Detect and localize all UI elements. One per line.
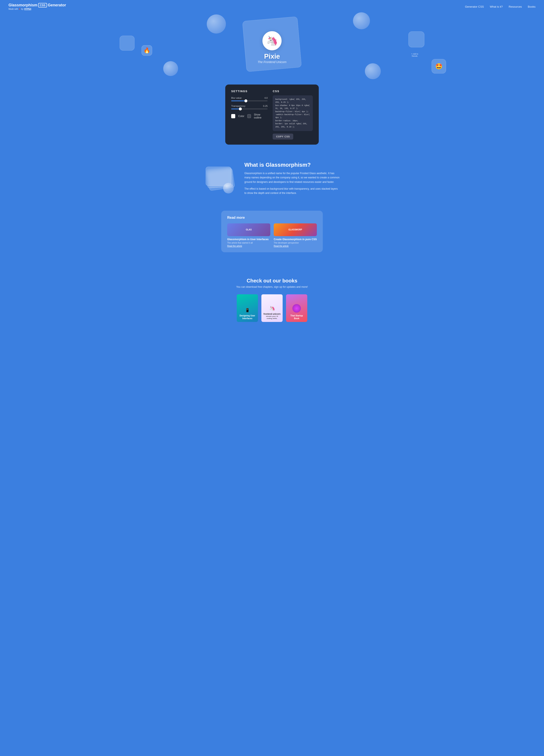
nav-resources[interactable]: Resources [509, 5, 522, 8]
article-thumb-2: GLASSMORP [274, 223, 317, 236]
what-is-para1: Glassmorphism is a unified name for the … [244, 171, 340, 184]
profile-card: 🦄 Pixie The Frontend Unicorn [257, 25, 287, 72]
sphere-top-right [353, 12, 370, 29]
by-text: by [21, 8, 24, 10]
blur-label-row: Blur value 4.0 [231, 97, 267, 99]
css-title: CSS [273, 90, 313, 93]
glass-shape-emoji: 🤩 [432, 59, 446, 73]
article-card-1: GLAS Glassmorphism in User Interfaces Th… [227, 223, 270, 247]
article-title-2: Create Glassmorphism in pure CSS [274, 238, 317, 241]
fu-subtitle: elevate your UI coding skills. [263, 315, 281, 320]
books-title: Check out our books [8, 278, 536, 284]
read-more-wrapper: Read more GLAS Glassmorphism in User Int… [0, 211, 544, 269]
folder-sphere [223, 183, 234, 193]
laugh-emoji: 🤩 [435, 63, 443, 70]
what-is-para2: The effect is based on background blur w… [244, 187, 340, 195]
transparency-value: 0.25 [263, 105, 267, 107]
css-line-2: box-shadow: 0 8px 32px 0 rgba( 31, 38, 1… [275, 104, 310, 110]
article-title-1: Glassmorphism in User Interfaces [227, 238, 270, 241]
article-thumb-1: GLAS [227, 223, 270, 236]
article-link-1[interactable]: Read the article [227, 245, 270, 247]
article-link-2[interactable]: Read the article [274, 245, 317, 247]
tsb-title: That Startup Book [288, 314, 305, 320]
book-card-fu[interactable]: 🦄 frontend unicorn elevate your UI codin… [261, 294, 283, 322]
blur-slider-fill [231, 100, 246, 101]
article-card-2: GLASSMORP Create Glassmorphism in pure C… [274, 223, 317, 247]
logo-subtitle: Made with ♥ by HYPE4 [8, 8, 66, 10]
nav-generator-css[interactable]: Generator CSS [465, 5, 484, 8]
settings-left: SETTINGS Blur value 4.0 Transparency 0.2… [231, 90, 267, 140]
made-with-text: Made with [8, 8, 18, 10]
article-sub-1: The article that started it all [227, 242, 270, 244]
hype4-link[interactable]: HYPE4 [24, 8, 31, 10]
css-line-4: -webkit-backdrop-filter: blur( 4px ); [275, 113, 310, 119]
copy-css-button[interactable]: COPY CSS [273, 134, 293, 140]
nav-books[interactable]: Books [528, 5, 536, 8]
outline-checkbox[interactable] [247, 114, 251, 118]
glass-shape-left [120, 36, 134, 51]
sphere-bottom-right [365, 63, 381, 79]
settings-title: SETTINGS [231, 90, 267, 93]
outline-label: Show outline [254, 113, 268, 119]
avatar-emoji: 🦄 [266, 35, 278, 46]
tsb-circle [293, 304, 301, 313]
color-label: Color [238, 115, 244, 118]
book-cover-fu: 🦄 frontend unicorn elevate your UI codin… [261, 294, 283, 322]
thumb2-text: GLASSMORP [289, 228, 302, 231]
read-more-section: Read more GLAS Glassmorphism in User Int… [221, 211, 323, 252]
articles-grid: GLAS Glassmorphism in User Interfaces Th… [227, 223, 317, 247]
logo-glassmorphism: Glassmorphism [8, 3, 37, 7]
what-is-title: What is Glassmorphism? [244, 162, 340, 168]
blur-value: 4.0 [264, 97, 267, 99]
transparency-slider-track[interactable] [231, 109, 267, 109]
blur-slider-thumb[interactable] [244, 99, 247, 102]
color-swatch[interactable] [231, 114, 235, 118]
add-to-friends: + Add to friends [409, 53, 421, 57]
profile-name: Pixie [264, 52, 280, 60]
books-subtitle: You can download free chapters, sign up … [8, 285, 536, 288]
css-line-5: border-radius: 10px; [275, 119, 310, 122]
article-sub-2: The developer perspective [274, 242, 317, 244]
transparency-slider-thumb[interactable] [239, 107, 242, 110]
thumb1-text: GLAS [246, 228, 252, 231]
glass-folder-illustration [204, 166, 236, 193]
thumb-css: GLASSMORP [274, 223, 317, 236]
css-line-1: background: rgba( 255, 255, 255, 0.25 ); [275, 98, 310, 104]
what-is-text: What is Glassmorphism? Glassmorphism is … [244, 162, 340, 198]
blur-setting: Blur value 4.0 [231, 97, 267, 101]
logo-generator: Generator [48, 3, 66, 7]
nav-what-is[interactable]: What is it? [490, 5, 503, 8]
book-cover-dui: 📱 Designing User Interfaces [237, 294, 258, 322]
sphere-bottom-left [163, 61, 178, 76]
settings-panel: SETTINGS Blur value 4.0 Transparency 0.2… [225, 85, 319, 145]
books-section: Check out our books You can download fre… [0, 269, 544, 335]
css-line-6: border: 1px solid rgba( 255, 255, 255, 0… [275, 122, 310, 128]
dui-icon: 📱 [245, 308, 250, 313]
glass-shape-right: + Add to friends [409, 31, 424, 47]
nav-links: Generator CSS What is it? Resources Book… [465, 5, 536, 8]
fu-title: frontend unicorn [263, 313, 281, 315]
logo-title: Glassmorphism CSS Generator [8, 3, 66, 7]
book-card-tsb[interactable]: That Startup Book [286, 294, 307, 322]
css-badge: CSS [38, 3, 47, 7]
fu-unicorn-icon: 🦄 [269, 306, 275, 312]
settings-right: CSS background: rgba( 255, 255, 255, 0.2… [273, 90, 313, 140]
thumb-glassmorphism: GLAS [227, 223, 270, 236]
what-is-section: What is Glassmorphism? Glassmorphism is … [187, 153, 357, 211]
css-line-3: backdrop-filter: blur( 4px ); [275, 110, 310, 113]
transparency-setting: Transparency 0.25 [231, 105, 267, 109]
avatar: 🦄 [262, 31, 282, 50]
books-grid: 📱 Designing User Interfaces 🦄 frontend u… [8, 294, 536, 322]
fire-emoji-card: 🔥 [141, 45, 152, 56]
hero-section: + Add to friends 🤩 🔥 🦄 Pixie The Fronten… [0, 10, 544, 82]
blur-label: Blur value [231, 97, 241, 99]
transparency-label: Transparency [231, 105, 245, 107]
color-outline-row: Color Show outline [231, 113, 267, 119]
dui-title: Designing User Interfaces [239, 314, 256, 320]
css-code-box[interactable]: background: rgba( 255, 255, 255, 0.25 );… [273, 95, 313, 131]
settings-section: SETTINGS Blur value 4.0 Transparency 0.2… [0, 82, 544, 153]
navbar: Glassmorphism CSS Generator Made with ♥ … [0, 0, 544, 10]
book-card-dui[interactable]: 📱 Designing User Interfaces [237, 294, 258, 322]
logo-area: Glassmorphism CSS Generator Made with ♥ … [8, 3, 66, 10]
blur-slider-track[interactable] [231, 100, 267, 101]
